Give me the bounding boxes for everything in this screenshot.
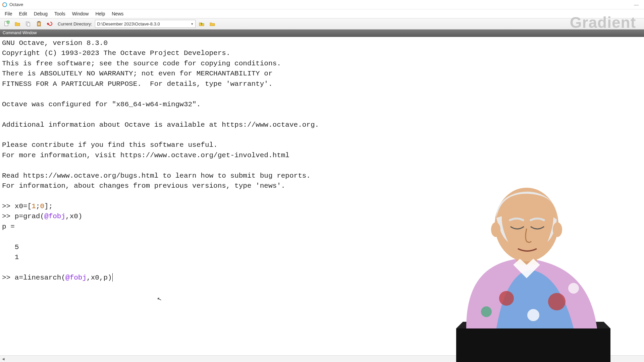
toolbar: Current Directory: D:\Desember 2023\Octa… — [0, 18, 644, 29]
svg-rect-8 — [38, 23, 40, 23]
text-caret — [112, 273, 113, 282]
statusbar: ◄ — [0, 355, 644, 362]
menu-help[interactable]: Help — [92, 10, 108, 17]
menu-window[interactable]: Window — [69, 10, 92, 17]
current-directory-label: Current Directory: — [58, 21, 92, 26]
scroll-left-icon[interactable]: ◄ — [1, 357, 5, 361]
chevron-down-icon: ▾ — [191, 22, 193, 26]
command-window-panel-title: Command Window — [0, 29, 644, 37]
titlebar: Octave — — [0, 0, 644, 9]
copy-button[interactable] — [23, 19, 33, 28]
menu-debug[interactable]: Debug — [31, 10, 51, 17]
command-window[interactable]: GNU Octave, version 8.3.0 Copyright (C) … — [0, 37, 644, 355]
menu-tools[interactable]: Tools — [51, 10, 69, 17]
menu-edit[interactable]: Edit — [16, 10, 31, 17]
svg-rect-5 — [27, 23, 30, 26]
menu-news[interactable]: News — [108, 10, 127, 17]
svg-rect-7 — [38, 21, 40, 22]
window-title: Octave — [9, 2, 23, 7]
current-directory-combo[interactable]: D:\Desember 2023\Octave-8.3.0 ▾ — [95, 20, 196, 28]
paste-button[interactable] — [34, 19, 44, 28]
svg-rect-9 — [38, 24, 40, 24]
watermark-text: Gradient — [570, 13, 636, 32]
menu-file[interactable]: File — [1, 10, 16, 17]
current-directory-value: D:\Desember 2023\Octave-8.3.0 — [97, 21, 160, 26]
svg-rect-10 — [38, 24, 40, 25]
new-file-button[interactable] — [2, 19, 11, 28]
app-icon — [2, 2, 7, 7]
browse-dir-button[interactable] — [208, 19, 217, 28]
minimize-button[interactable]: — — [631, 1, 642, 8]
menubar: File Edit Debug Tools Window Help News — [0, 9, 644, 18]
open-folder-button[interactable] — [13, 19, 22, 28]
dir-up-button[interactable] — [197, 19, 206, 28]
undo-button[interactable] — [45, 19, 54, 28]
